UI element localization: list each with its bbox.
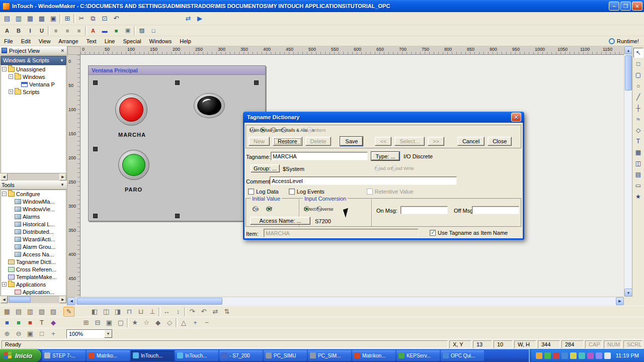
snap-grid-icon[interactable]: ▦: [2, 307, 13, 317]
menu-item[interactable]: Edit: [17, 36, 35, 46]
align-left-icon[interactable]: ≡: [50, 26, 61, 36]
delete-point-icon[interactable]: −: [201, 318, 212, 328]
menu-item[interactable]: Windows: [145, 36, 176, 46]
bring-to-front-icon[interactable]: ⊞: [80, 318, 92, 328]
main-radio[interactable]: Main: [250, 127, 255, 133]
button-tool[interactable]: ▭: [633, 180, 643, 191]
zoom-selection-icon[interactable]: ▣: [25, 329, 36, 339]
scroll-track[interactable]: [75, 297, 616, 305]
align-center-icon[interactable]: ◫: [101, 307, 112, 317]
ruler-toggle-icon[interactable]: ▥: [25, 307, 36, 317]
tree-item[interactable]: Cross Referen...: [1, 265, 66, 273]
tree-item[interactable]: + Scripts: [1, 88, 66, 96]
project-view-header[interactable]: Project View ✕: [0, 46, 67, 55]
toolbar-separator[interactable]: [158, 307, 160, 316]
task-s7-200[interactable]: - S7_200: [219, 350, 263, 361]
pilot-lamp-object[interactable]: [194, 93, 225, 118]
tray-icon-5[interactable]: [570, 352, 577, 359]
toolbar-separator[interactable]: [59, 14, 61, 23]
scroll-right-icon[interactable]: [616, 297, 624, 305]
align-bottom-icon[interactable]: ⊥: [147, 307, 158, 317]
task-intouch-windowmaker[interactable]: InTouch...: [131, 350, 174, 361]
chevron-down-icon[interactable]: [60, 58, 64, 63]
line-tool[interactable]: ╱: [633, 92, 643, 102]
zoom-level-combobox[interactable]: 100%: [66, 329, 113, 338]
break-symbol-icon[interactable]: ☆: [141, 318, 152, 328]
toolbar-separator[interactable]: [85, 26, 87, 35]
read-only-radio[interactable]: Read only: [375, 165, 380, 171]
chevron-down-icon[interactable]: [104, 330, 112, 338]
italic-icon[interactable]: I: [25, 26, 36, 36]
text-tool[interactable]: T: [633, 136, 643, 146]
selection-handle[interactable]: [93, 214, 98, 218]
task-opc-quick[interactable]: OPC Qui...: [441, 350, 484, 361]
type-button[interactable]: Type: ...: [371, 152, 399, 160]
scroll-thumb[interactable]: [76, 298, 222, 305]
align-top-icon[interactable]: ⊓: [124, 307, 135, 317]
tree-item[interactable]: Ventana P: [1, 80, 66, 88]
space-vertical-icon[interactable]: ↕: [173, 307, 184, 317]
tree-item[interactable]: Access Na...: [1, 250, 66, 258]
copy-icon[interactable]: ⧉: [88, 14, 99, 24]
tree-item[interactable]: − Unassigned: [1, 65, 66, 73]
tree-item[interactable]: WindowMa...: [1, 198, 66, 205]
transfer-to-viewer-icon[interactable]: ⇄: [183, 14, 194, 24]
task-kepserver[interactable]: KEPServ...: [396, 350, 440, 361]
line-color-icon[interactable]: ▬: [99, 26, 110, 36]
polyline-tool[interactable]: ≈: [633, 114, 643, 124]
save-all-icon[interactable]: ▩: [36, 14, 47, 24]
wizard-tool[interactable]: ★: [633, 192, 643, 202]
direct-radio[interactable]: Direct: [304, 206, 309, 212]
guides-icon[interactable]: ▧: [36, 307, 47, 317]
restore-button[interactable]: Restore: [273, 137, 302, 146]
add-point-icon[interactable]: +: [190, 318, 201, 328]
select-tool[interactable]: ↖: [633, 48, 643, 58]
save-window-icon[interactable]: ▦: [25, 14, 36, 24]
title-bar[interactable]: InTouch - WindowMaker - C:\DOCUMENTS AND…: [0, 0, 644, 12]
alarms-radio[interactable]: Alarms: [271, 127, 276, 133]
members-radio[interactable]: Members: [307, 127, 312, 133]
hv-line-tool[interactable]: ┼: [633, 103, 643, 113]
align-right-icon[interactable]: ◨: [112, 307, 123, 317]
runtime-fast-switch-icon[interactable]: ▶: [194, 14, 205, 24]
tray-icon-4[interactable]: [561, 352, 568, 359]
layout-icon[interactable]: ▨: [48, 307, 59, 317]
tree-item[interactable]: Application...: [1, 288, 66, 296]
tree-item[interactable]: WindowVie...: [1, 205, 66, 213]
grid-icon[interactable]: ▤: [13, 307, 24, 317]
toolbar-separator[interactable]: [73, 14, 75, 23]
line-mode-icon[interactable]: ■: [25, 318, 36, 328]
task-pc-sim[interactable]: PC_SIM...: [308, 350, 351, 361]
break-cell-icon[interactable]: ◇: [164, 318, 175, 328]
pattern-icon[interactable]: ▨: [136, 26, 147, 36]
new-button[interactable]: New: [249, 137, 270, 146]
scroll-thumb[interactable]: [625, 55, 632, 90]
task-matrikon-2[interactable]: Matrikon...: [352, 350, 395, 361]
scroll-right-icon[interactable]: [59, 296, 66, 303]
task-pc-simu[interactable]: PC_SIMU: [264, 350, 307, 361]
make-cell-icon[interactable]: ◆: [152, 318, 164, 328]
toolbar-separator[interactable]: [134, 26, 136, 35]
scroll-right-icon[interactable]: [59, 173, 66, 180]
text-mode-icon[interactable]: T: [36, 318, 47, 328]
align-middle-icon[interactable]: ⊔: [135, 307, 146, 317]
on-msg-input[interactable]: [400, 206, 448, 214]
toolbar-separator[interactable]: [176, 318, 178, 327]
runtime-menu-item[interactable]: Runtime!: [604, 38, 644, 44]
on-radio[interactable]: On: [253, 206, 258, 212]
dialog-close-button[interactable]: ✕: [511, 113, 521, 122]
project-view-selector[interactable]: Windows & Scripts: [1, 56, 66, 65]
comment-input[interactable]: [270, 176, 457, 185]
selection-handle[interactable]: [93, 80, 98, 85]
text-color-icon[interactable]: A: [88, 26, 99, 36]
use-tagname-checkbox[interactable]: Use Tagname as Item Name: [430, 230, 508, 236]
historical-trend-tool[interactable]: ▤: [633, 169, 643, 179]
retentive-value-checkbox[interactable]: Retentive Value: [367, 189, 414, 195]
rounded-rectangle-tool[interactable]: ▢: [633, 70, 643, 80]
window-color-icon[interactable]: ▣: [122, 26, 133, 36]
tray-icon-1[interactable]: [536, 352, 542, 359]
new-window-icon[interactable]: ▤: [2, 14, 13, 24]
expand-toggle-icon[interactable]: −: [2, 192, 7, 196]
task-matrikon-1[interactable]: Matriko...: [87, 350, 130, 361]
tools-panel-header[interactable]: Tools: [0, 180, 67, 190]
